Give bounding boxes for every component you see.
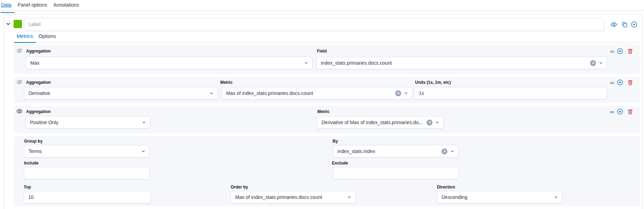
eye-icon: [611, 21, 617, 28]
chevron-down-icon: [554, 195, 558, 200]
series-subtabs: Metrics Options: [14, 32, 640, 43]
clear-selection-button[interactable]: [590, 60, 596, 66]
tab-panel-options[interactable]: Panel options: [15, 0, 50, 10]
add-series-button[interactable]: [630, 21, 637, 28]
series-color-swatch[interactable]: [14, 20, 22, 28]
trash-icon: [627, 109, 633, 115]
units-input[interactable]: [414, 87, 607, 99]
drag-handle[interactable]: [609, 109, 615, 115]
add-metric-button[interactable]: [617, 108, 623, 115]
tab-options[interactable]: Options: [36, 32, 59, 42]
add-metric-button[interactable]: [617, 79, 623, 86]
aggregation-label: Aggregation: [26, 109, 51, 114]
exclude-input[interactable]: [333, 167, 459, 179]
tab-data[interactable]: Data: [1, 0, 15, 10]
eye-icon: [16, 108, 23, 114]
tab-metrics[interactable]: Metrics: [14, 32, 36, 42]
aggregation-select-value: Max: [26, 60, 304, 66]
copy-icon: [622, 22, 628, 28]
trash-icon: [627, 48, 633, 54]
include-label: Include: [24, 161, 39, 166]
plus-circle-icon: [617, 48, 623, 54]
metric-combobox-value: Derivative of Max of index_stats.primari…: [317, 120, 427, 125]
aggregation-select-value: Positive Only: [26, 120, 142, 125]
units-label: Units (1s, 1m, etc): [415, 80, 451, 85]
aggregation-select-value: Derivative: [24, 90, 209, 96]
aggregation-label: Aggregation: [26, 49, 51, 54]
chevron-down-icon: [450, 149, 455, 154]
plus-circle-icon: [631, 21, 637, 28]
chevron-down-icon: [598, 61, 603, 65]
clear-selection-button[interactable]: [395, 90, 401, 96]
eye-closed-icon: [16, 48, 23, 54]
group-by-select[interactable]: Terms: [24, 145, 150, 158]
field-label: Field: [317, 49, 327, 54]
chevron-down-icon: [347, 195, 352, 200]
metric-label: Metric: [317, 109, 329, 114]
clone-series-button[interactable]: [621, 21, 628, 28]
group-by-label: Group by: [24, 139, 42, 144]
chevron-down-icon: [435, 120, 440, 125]
direction-select-value: Descending: [437, 194, 554, 200]
clear-selection-button[interactable]: [427, 120, 432, 126]
plus-circle-icon: [617, 79, 623, 86]
chevron-down-icon: [142, 120, 146, 125]
by-combobox[interactable]: index_stats.index: [333, 145, 459, 158]
series-label-input[interactable]: [24, 18, 604, 31]
order-by-label: Order by: [231, 185, 248, 190]
order-by-select[interactable]: Max of index_stats.primaries.docs.count: [231, 191, 356, 203]
chevron-down-icon: [141, 149, 146, 154]
metric-combobox-value: Max of index_stats.primaries.docs.count: [222, 90, 395, 96]
direction-select[interactable]: Descending: [437, 191, 562, 203]
clear-selection-button[interactable]: [442, 148, 447, 154]
delete-metric-button[interactable]: [627, 108, 633, 115]
direction-label: Direction: [437, 185, 455, 190]
aggregation-select[interactable]: Positive Only: [25, 116, 150, 129]
top-input[interactable]: [24, 191, 151, 203]
eye-closed-icon: [16, 79, 23, 85]
chevron-down-icon: [304, 61, 309, 65]
tab-annotations[interactable]: Annotations: [50, 0, 82, 10]
by-combobox-value: index_stats.index: [333, 148, 442, 154]
collapse-series-button[interactable]: [5, 20, 11, 27]
metric-label: Metric: [220, 80, 232, 85]
trash-icon: [627, 80, 633, 86]
chevron-down-icon: [404, 91, 408, 96]
top-label: Top: [24, 185, 31, 190]
include-input[interactable]: [24, 167, 150, 179]
aggregation-select[interactable]: Derivative: [24, 87, 218, 99]
delete-metric-button[interactable]: [627, 48, 633, 54]
field-combobox-value: index_stats.primaries.docs.count: [317, 60, 590, 66]
chevron-down-icon: [5, 21, 11, 27]
panel-config-tabbar: Data Panel options Annotations: [0, 0, 644, 10]
exclude-label: Exclude: [332, 161, 348, 166]
group-by-select-value: Terms: [24, 148, 141, 154]
chevron-down-icon: [209, 91, 214, 96]
order-by-select-value: Max of index_stats.primaries.docs.count: [231, 194, 347, 200]
drag-handle[interactable]: [609, 49, 615, 54]
toggle-series-visibility-button[interactable]: [610, 21, 617, 28]
add-metric-button[interactable]: [617, 48, 623, 54]
aggregation-label: Aggregation: [26, 80, 51, 85]
metric-combobox[interactable]: Max of index_stats.primaries.docs.count: [222, 87, 412, 99]
aggregation-select[interactable]: Max: [26, 57, 312, 69]
metric-combobox[interactable]: Derivative of Max of index_stats.primari…: [317, 116, 444, 129]
plus-circle-icon: [617, 108, 623, 115]
field-combobox[interactable]: index_stats.primaries.docs.count: [316, 57, 607, 69]
by-label: By: [333, 139, 338, 144]
drag-handle[interactable]: [609, 80, 615, 86]
delete-metric-button[interactable]: [627, 79, 633, 86]
